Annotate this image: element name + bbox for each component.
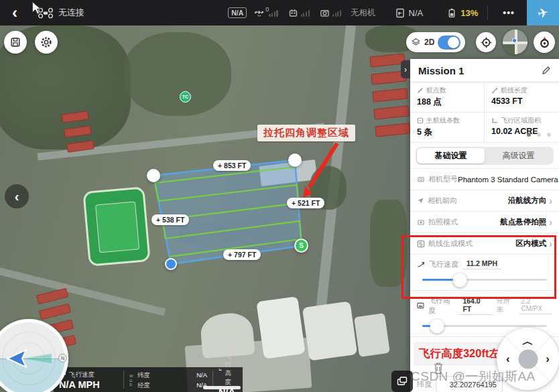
overlay-windows-button[interactable] [391, 371, 413, 392]
gps-signal-bars [269, 9, 277, 17]
view-2d-toggle[interactable] [438, 36, 460, 50]
nudge-center-button[interactable] [518, 349, 538, 369]
more-menu-button[interactable]: ••• [497, 7, 520, 18]
area-ruler-icon [491, 117, 498, 124]
map-building-white [354, 313, 390, 357]
battery-indicator[interactable]: 13% [447, 7, 478, 19]
map-building-red [36, 288, 68, 305]
chevron-left-icon: ‹ [12, 3, 17, 22]
speed-slider[interactable] [422, 279, 547, 281]
camera-signal-indicator[interactable] [319, 8, 344, 18]
mission-stats: 航点数 188 点 航线长度 4533 FT 主航线条数 5 条 飞行区域面积 … [410, 82, 559, 143]
edge-length-bottom: + 797 FT [223, 249, 261, 260]
airplane-icon: ✈ [536, 4, 550, 21]
heading-arrow-icon [417, 197, 424, 204]
panel-collapse-tab[interactable]: › [401, 60, 410, 78]
speed-setting-block: 飞行速度 11.2 MPH [410, 254, 559, 290]
connection-status-label: 无连接 [58, 7, 84, 19]
compass-reset-button[interactable] [534, 31, 555, 53]
map-building-red [369, 53, 405, 67]
setting-camera-model[interactable]: 相机型号 Phantom 3 Standard Camera › [410, 168, 559, 190]
chevron-right-icon: › [549, 239, 552, 249]
map-back-button[interactable]: ‹ [5, 184, 29, 208]
waypoint-icon [417, 87, 424, 94]
map-building-red [39, 304, 71, 320]
tab-basic-settings[interactable]: 基础设置 [417, 148, 485, 164]
telemetry-lat-value: N/A [196, 371, 207, 380]
map-building-red [373, 105, 409, 119]
watermark-text: CSDN @一别如斯AA [411, 368, 559, 385]
nudge-up-button[interactable]: ︿ [522, 336, 534, 347]
rc-indicator[interactable] [288, 7, 312, 18]
map-building-white [256, 296, 305, 359]
view-mode-label: 2D [424, 38, 434, 47]
edit-mission-button[interactable] [542, 66, 551, 75]
chevron-left-icon: ‹ [15, 189, 19, 204]
gear-icon [40, 36, 53, 49]
stat-mainlines: 主航线条数 5 条 [410, 113, 485, 143]
remote-controller-icon [288, 7, 299, 18]
aircraft-status[interactable]: 无连接 [38, 7, 84, 19]
back-button[interactable]: ‹ [0, 0, 29, 25]
save-mission-button[interactable] [4, 31, 27, 54]
polygon-handle-topright[interactable] [288, 153, 302, 167]
map-trees [370, 200, 407, 287]
route-mode-icon [417, 240, 425, 248]
minimap-location-dot [512, 38, 517, 43]
polygon-start-marker[interactable]: S [294, 239, 308, 253]
telemetry-coords: WGS 纬度N/A 经度N/A [124, 367, 212, 392]
setting-route-mode[interactable]: 航线生成模式 区内模式 › [410, 233, 559, 254]
map-settings-button[interactable] [35, 31, 58, 54]
altitude-slider-knob[interactable] [430, 319, 444, 333]
mouse-cursor [32, 1, 42, 15]
home-indicator [203, 386, 241, 389]
speed-slider-knob[interactable] [452, 273, 467, 287]
pencil-icon [542, 66, 551, 75]
setting-camera-heading[interactable]: 相机朝向 沿航线方向 › [410, 190, 559, 211]
top-status-bar: ‹ 无连接 N/A 0 无相机 N/A 13% ••• ✈ [0, 0, 559, 25]
layers-icon [411, 37, 421, 48]
attitude-compass[interactable]: N [0, 319, 68, 392]
camera-signal-bars [332, 9, 341, 17]
layers-stack-icon [396, 375, 408, 387]
gps-indicator[interactable]: 0 [253, 8, 280, 18]
nudge-left-button[interactable]: ‹ [506, 352, 510, 364]
stats-page-dots[interactable] [527, 133, 551, 137]
photo-mode-icon [417, 218, 425, 226]
camera-model-icon [417, 176, 425, 183]
map-tc-marker[interactable]: TC [180, 91, 191, 103]
satellite-count: 0 [265, 6, 269, 13]
map-sports-field [82, 186, 150, 267]
settings-tabs: 基础设置 高级设置 [416, 147, 554, 165]
takeoff-button[interactable]: ✈ [527, 0, 559, 25]
stat-waypoints: 航点数 188 点 [410, 82, 485, 113]
polygon-handle-topleft[interactable] [147, 169, 160, 182]
map-building-red [372, 88, 408, 102]
topbar-indicators: N/A 0 无相机 N/A 13% ••• ✈ [228, 0, 559, 25]
setting-photo-mode[interactable]: 拍照模式 航点悬停拍照 › [410, 211, 559, 233]
stat-route-length: 航线长度 4533 FT [485, 82, 559, 113]
altitude-value: 164.0 FT [458, 297, 492, 315]
mode-na-badge: N/A [228, 7, 247, 18]
aircraft-heading-icon [0, 322, 65, 392]
edge-length-top: + 853 FT [213, 160, 251, 171]
altitude-slider[interactable] [422, 325, 547, 327]
edge-length-right: + 521 FT [287, 198, 324, 208]
nudge-right-button[interactable]: › [546, 352, 550, 364]
mission-title: Mission 1 [418, 65, 464, 76]
app-screen: { "topbar": { "back": "‹", "status": "无连… [0, 0, 559, 392]
altitude-icon [219, 366, 222, 373]
map-building-gray [259, 159, 317, 186]
tab-advanced-settings[interactable]: 高级设置 [485, 148, 552, 164]
save-icon [9, 36, 21, 48]
view-mode-pill[interactable]: 2D [406, 32, 465, 52]
wgs-label: WGS [129, 374, 135, 388]
mainlines-icon [417, 117, 424, 124]
minimap-thumbnail[interactable] [503, 29, 527, 54]
altitude-icon [417, 302, 424, 310]
flight-mode-indicator[interactable]: N/A [395, 7, 424, 19]
locate-button[interactable] [476, 32, 496, 52]
chevron-right-icon: › [404, 65, 407, 74]
polygon-handle-bottomleft[interactable] [165, 258, 177, 270]
route-length-icon [491, 87, 498, 94]
